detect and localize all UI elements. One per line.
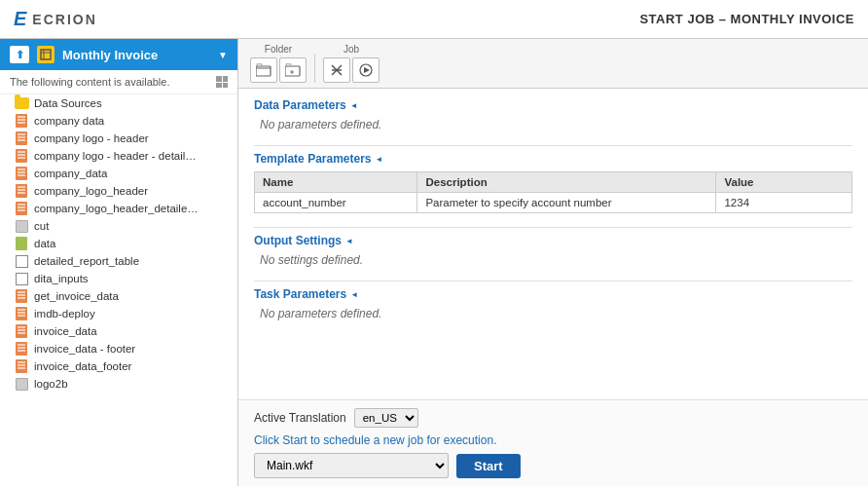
doc-icon [14,202,29,215]
divider1 [254,145,852,146]
tree-item-data-sources[interactable]: Data Sources [0,94,237,112]
col-name-header: Name [255,172,417,193]
data-parameters-empty: No parameters defined. [254,114,387,135]
tree-label: dita_inputs [34,273,89,284]
tree-label: invoice_data [34,325,97,337]
svg-rect-0 [41,50,51,59]
job-bar: ⬆ Monthly Invoice ▼ [0,39,237,70]
doc-icon [14,342,29,356]
output-settings-empty: No settings defined. [254,249,369,271]
tree-item-company-logo-header2[interactable]: company_logo_header [0,182,237,200]
doc-icon [14,114,29,128]
folder-toolbar-group: Folder [250,44,307,83]
param-desc-cell: Parameter to specify account number [417,193,716,213]
tree-item-company-logo-header-detailed[interactable]: company logo - header - detailed rep... [0,147,237,165]
workflow-select[interactable]: Main.wkf [254,453,449,478]
tree-item-detailed-report-table[interactable]: detailed_report_table [0,252,237,270]
run-button[interactable] [352,57,380,83]
template-parameters-section: Template Parameters Name Description Val… [254,152,852,213]
tree-item-invoice-data-footer[interactable]: invoice_data - footer [0,340,237,357]
template-params-table: Name Description Value account_number Pa… [254,171,852,213]
table-icon [14,254,29,268]
data-icon [14,237,29,250]
doc-icon [14,149,29,163]
tree-label: company logo - header - detailed rep... [34,150,199,162]
task-parameters-header: Task Parameters [254,287,852,301]
doc-icon [14,184,29,198]
sidebar: ⬆ Monthly Invoice ▼ The following conten… [0,39,238,486]
output-settings-section: Output Settings No settings defined. [254,234,852,267]
doc-icon [14,131,29,145]
tree-label: cut [34,220,49,232]
click-start-text: Click Start to schedule a new job for ex… [254,433,852,447]
svg-rect-6 [286,63,291,66]
content-scroll-area: Data Parameters No parameters defined. T… [238,89,868,486]
content-label-row: The following content is available. [0,70,237,94]
tree-label: imdb-deploy [34,308,95,319]
tree-item-get-invoice-data[interactable]: get_invoice_data [0,287,237,305]
chevron-down-icon[interactable]: ▼ [218,50,228,60]
divider2 [254,227,852,228]
folder-icon [14,96,29,110]
tree-label: detailed_report_table [34,255,139,267]
doc-icon [14,289,29,303]
doc-icon [14,307,29,320]
task-parameters-section: Task Parameters No parameters defined. [254,287,852,320]
toolbar: Folder Job [238,39,868,89]
tree-label: get_invoice_data [34,290,119,302]
tree-item-dita-inputs[interactable]: dita_inputs [0,270,237,287]
tree-item-invoice-data-footer2[interactable]: invoice_data_footer [0,357,237,375]
folder-open-button[interactable] [250,57,277,83]
tree-item-company-data2[interactable]: company_data [0,165,237,182]
translation-select[interactable]: en_US fr_FR de_DE es_ES [354,408,418,428]
tree-item-data[interactable]: data [0,235,237,252]
content-area: Data Parameters No parameters defined. T… [238,89,868,399]
tree-item-imdb-deploy[interactable]: imdb-deploy [0,305,237,322]
folder-new-button[interactable] [279,57,307,83]
tree-item-logo2b[interactable]: logo2b [0,375,237,393]
doc-icon [14,167,29,180]
toolbar-separator [314,54,315,83]
job-group-label: Job [344,44,359,55]
bottom-area: Active Translation en_US fr_FR de_DE es_… [238,399,868,486]
param-value-cell[interactable]: 1234 [716,193,852,213]
start-row: Main.wkf Start [254,453,852,478]
task-parameters-label: Task Parameters [254,287,346,301]
tree-item-company-data[interactable]: company data [0,112,237,130]
job-buttons [323,57,380,83]
logo-text: ECRION [32,12,96,27]
tree-label: invoice_data - footer [34,343,135,355]
output-settings-label: Output Settings [254,234,342,247]
doc-icon [14,359,29,373]
tree-label: Data Sources [34,97,102,109]
image-icon [14,377,29,391]
template-parameters-label: Template Parameters [254,152,372,166]
param-name-cell: account_number [255,193,417,213]
folder-buttons [250,57,307,83]
translation-label: Active Translation [254,411,346,425]
table-row: account_number Parameter to specify acco… [255,193,852,213]
svg-rect-4 [257,63,262,66]
logo-e-icon: E [14,8,26,30]
tree-label: company data [34,115,104,127]
tree-item-company-logo-header-detailed2[interactable]: company_logo_header_detailed_report [0,200,237,217]
tree-label: company_logo_header [34,185,148,197]
settings-button[interactable] [323,57,350,83]
logo-area: E ECRION [14,8,97,30]
table-icon [14,272,29,285]
data-parameters-section: Data Parameters No parameters defined. [254,98,852,131]
grid-view-icon[interactable] [216,76,228,88]
tree-item-company-logo-header[interactable]: company logo - header [0,130,237,147]
tree-label: data [34,238,55,249]
col-desc-header: Description [417,172,716,193]
tree-label: company_data [34,168,107,179]
data-parameters-header: Data Parameters [254,98,852,112]
col-val-header: Value [716,172,852,193]
image-icon [14,219,29,233]
tree-item-invoice-data[interactable]: invoice_data [0,322,237,340]
template-parameters-header: Template Parameters [254,152,852,166]
start-button[interactable]: Start [456,454,521,478]
tree-item-cut[interactable]: cut [0,217,237,235]
task-parameters-empty: No parameters defined. [254,303,387,324]
top-header: E ECRION Start Job – Monthly Invoice [0,0,868,39]
